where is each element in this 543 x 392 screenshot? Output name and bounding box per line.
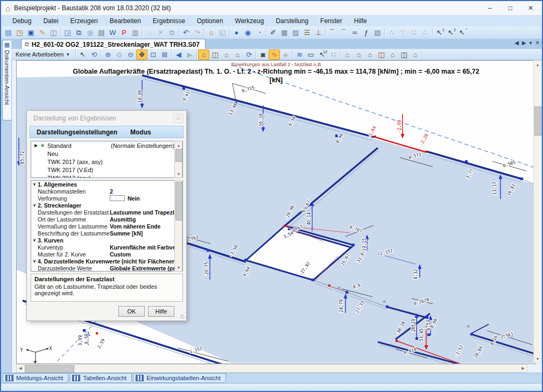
property-grid-scrollbar[interactable]: ▼ — [174, 180, 182, 272]
select-free-icon[interactable]: ↖° — [456, 27, 468, 38]
nodes-grid-icon[interactable]: ∷ — [408, 27, 420, 38]
menu-item-erzeugen[interactable]: Erzeugen — [64, 16, 103, 26]
window-4-icon[interactable]: ◫ — [376, 49, 387, 60]
property-value[interactable]: Globale Extremwerte (pro O — [110, 265, 182, 272]
preset-item[interactable]: TWK 2017 (V.Ed) — [31, 166, 182, 174]
document-tab[interactable]: ⧉ H2_601-02 OG2_191122_Streckenlager_WAT… — [21, 39, 206, 49]
print-icon[interactable]: ▤ — [96, 27, 107, 38]
select-cursor-icon[interactable]: ↖ — [77, 49, 88, 60]
horizontal-scrollbar[interactable]: ◀ ▶ — [16, 364, 527, 373]
property-group[interactable]: ∨2. Streckenlager — [31, 202, 182, 209]
property-row[interactable]: Ort der LastsummeAusmittig — [31, 216, 182, 223]
property-group[interactable]: ∨1. Allgemeines — [31, 181, 182, 188]
collapse-icon[interactable]: ∨ — [31, 203, 38, 208]
orbit-icon[interactable]: ◔ — [253, 27, 265, 38]
expander-icon[interactable]: ▶ — [34, 143, 40, 148]
scroll-down-icon[interactable]: ▼ — [175, 170, 182, 177]
function-icon[interactable]: ƒ — [361, 27, 372, 38]
property-value[interactable]: Vom näheren Ende — [110, 223, 160, 230]
window-1-icon[interactable]: ⌂ — [342, 49, 353, 60]
property-value[interactable]: 2 — [110, 188, 113, 195]
preset-list[interactable]: ▶★Standard(Normale Einstellungen)NeuTWK … — [31, 141, 183, 178]
print-preview-icon[interactable]: ⧉ — [73, 27, 84, 38]
nodes-free-icon[interactable]: ∴ — [420, 27, 431, 38]
float-window-icon[interactable]: ◱ — [217, 27, 228, 38]
tab-next-icon[interactable]: ▶ — [522, 40, 526, 46]
property-row[interactable]: Darzustellende WerteGlobale Extremwerte … — [31, 265, 182, 272]
property-row[interactable]: Muster für 2. KurveCustom — [31, 251, 182, 258]
select-numbered-icon[interactable]: ↖1 — [434, 27, 445, 38]
preset-item[interactable]: TWK 2017 (neu) — [31, 174, 182, 178]
nodes-align-icon[interactable]: ∵ — [397, 27, 408, 38]
menu-item-hilfe[interactable]: Hilfe — [348, 16, 373, 26]
view-side-icon[interactable]: ⌂ — [232, 49, 243, 60]
numbers-icon[interactable]: ∷ — [328, 49, 339, 60]
vertical-scrollbar-thumb[interactable] — [534, 106, 542, 136]
zoom-icon[interactable]: ⊙ — [114, 49, 125, 60]
collapse-icon[interactable]: ∨ — [31, 182, 38, 187]
preset-item[interactable]: Neu — [31, 149, 182, 158]
load-min-icon[interactable]: ⌒ — [327, 27, 338, 38]
workplane-dropdown[interactable]: Keine Arbeitseben ▼ — [13, 51, 72, 58]
zoom-window-icon[interactable]: ⊡ — [147, 49, 159, 60]
property-value[interactable]: Ausmittig — [110, 216, 136, 223]
orbit-view-icon[interactable]: ⟲ — [88, 49, 100, 60]
window-3-icon[interactable]: ⌂ — [364, 49, 376, 60]
property-group[interactable]: ∨4. Darzustellende Kurvenwerte (nicht fü… — [31, 258, 182, 265]
undo-icon[interactable]: ↶ — [180, 27, 192, 38]
menu-item-werkzeug[interactable]: Werkzeug — [229, 16, 270, 26]
lasso-icon[interactable]: ◌ — [144, 27, 155, 38]
window-5-icon[interactable]: ⌂ — [387, 49, 398, 60]
home-view-icon[interactable]: ⌂ — [206, 27, 217, 38]
beam-icon[interactable]: ☰ — [301, 27, 313, 38]
menu-item-debug[interactable]: Debug — [6, 16, 37, 26]
export-icon[interactable]: ◲ — [62, 27, 73, 38]
draw-icon[interactable]: ✐ — [267, 27, 279, 38]
property-row[interactable]: KurventypKurvenfläche mit Farbverlau — [31, 244, 182, 251]
ok-button[interactable]: OK — [118, 306, 145, 317]
maximize-button[interactable]: □ — [500, 1, 520, 15]
menu-item-darstellung[interactable]: Darstellung — [270, 16, 314, 26]
word-export-icon[interactable]: W — [107, 27, 118, 38]
pdf-export-icon[interactable]: P — [118, 27, 130, 38]
view-tab-einwirkungstabellen-ansicht[interactable]: Einwirkungstabellen-Ansicht — [133, 373, 226, 383]
checkbox[interactable] — [110, 195, 125, 201]
window-6-icon[interactable]: ◫ — [398, 49, 410, 60]
rotate-view-icon[interactable]: ⟳ — [243, 49, 255, 60]
scroll-up-icon[interactable]: ▲ — [534, 61, 541, 68]
property-value[interactable]: Kurvenfläche mit Farbverlau — [110, 244, 182, 251]
trace-icon[interactable]: ∿ — [269, 49, 280, 60]
horizontal-scrollbar-thumb[interactable] — [25, 365, 74, 373]
tab-close-icon[interactable]: ✕ — [535, 40, 540, 46]
save-icon[interactable]: ▣ — [25, 27, 37, 38]
select-12-icon[interactable]: ↖12 — [316, 49, 328, 60]
delete-icon[interactable]: ✕ — [155, 27, 166, 38]
resize-grip[interactable] — [180, 315, 185, 319]
menu-item-optionen[interactable]: Optionen — [191, 16, 229, 26]
property-row[interactable]: VerformungNein — [31, 195, 182, 202]
scroll-down-icon[interactable]: ▼ — [534, 355, 541, 362]
waves-icon[interactable]: ≋ — [294, 49, 305, 60]
screen-icon[interactable]: ▭ — [305, 49, 316, 60]
collapse-icon[interactable]: ∨ — [31, 259, 38, 263]
tab-prev-icon[interactable]: ◀ — [514, 40, 519, 46]
menu-item-ergebnisse[interactable]: Ergebnisse — [147, 16, 191, 26]
region-icon[interactable]: ▦ — [279, 27, 290, 38]
preset-list-scrollbar[interactable]: ▲ ▼ — [174, 141, 182, 178]
scrollbar-thumb[interactable] — [175, 149, 182, 162]
view-tab-meldungs-ansicht[interactable]: Meldungs-Ansicht — [3, 373, 68, 383]
menu-item-datei[interactable]: Datei — [37, 16, 64, 26]
redo-icon[interactable]: ↷ — [192, 27, 203, 38]
property-value[interactable]: Lastsumme und Trapezlast — [110, 209, 182, 216]
property-value[interactable]: Nein — [128, 195, 140, 202]
pan-icon[interactable]: ✥ — [136, 49, 147, 60]
view-back-icon[interactable]: ◀ — [173, 49, 184, 60]
tab-list-icon[interactable]: ▾ — [530, 40, 532, 46]
hatch-icon[interactable]: ▧ — [372, 27, 383, 38]
load-max-icon[interactable]: ⌒ — [338, 27, 349, 38]
collapse-icon[interactable]: ∨ — [31, 238, 38, 243]
property-row[interactable]: Beschriftung der LastsummeSumme [kN] — [31, 230, 182, 237]
zoom-out-icon[interactable]: ⊖ — [125, 49, 136, 60]
camera-icon[interactable]: ◙ — [257, 49, 269, 60]
view-tab-tabellen-ansicht[interactable]: Tabellen-Ansicht — [69, 373, 132, 383]
